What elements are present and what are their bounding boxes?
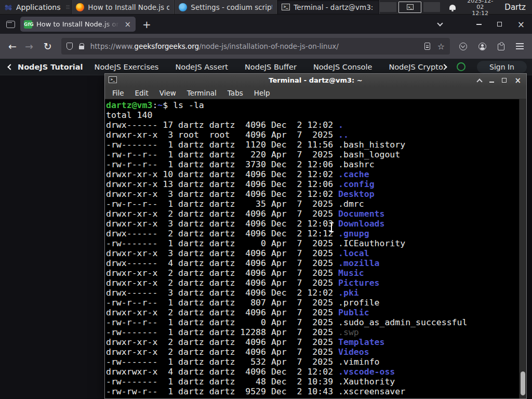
- browser-tab-active[interactable]: GfG How to Install Node.js on ×: [20, 17, 136, 32]
- terminal-window-controls: ×: [477, 74, 521, 87]
- terminal-line: -rw-r--r-- 1 dartz dartz 3730 Dec 2 12:0…: [106, 159, 519, 169]
- reload-icon[interactable]: ↻: [44, 41, 52, 52]
- back-icon[interactable]: ←: [8, 41, 17, 52]
- terminal-maximize-button[interactable]: [502, 78, 507, 83]
- chevron-left-icon[interactable]: [7, 64, 13, 70]
- minimize-button[interactable]: [476, 24, 482, 25]
- tasklist-handle[interactable]: [66, 0, 70, 14]
- file-name: .vscode-oss: [338, 367, 395, 377]
- shade-button[interactable]: [477, 78, 483, 84]
- close-button[interactable]: ×: [517, 22, 525, 27]
- extensions-icon[interactable]: [498, 44, 504, 50]
- panel-clock[interactable]: 2025-12-02 12:12: [464, 0, 496, 17]
- file-meta: drwx------ 3 dartz dartz 4096 Dec 2 12:0…: [106, 288, 338, 298]
- file-meta: drwxr-xr-x 2 dartz dartz 4096 Apr 7 2025: [106, 308, 338, 317]
- file-meta: drwxr-xr-x 2 dartz dartz 4096 Apr 7 2025: [106, 337, 338, 347]
- file-meta: -rw------- 1 dartz dartz 1120 Dec 2 11:5…: [106, 140, 338, 150]
- file-meta: drwxr-xr-x 3 dartz dartz 4096 Apr 7 2025: [106, 248, 338, 258]
- file-name: Public: [338, 308, 369, 317]
- file-name: .xscreensaver: [338, 387, 405, 396]
- terminal-line: -rw-rw-r-- 1 dartz dartz 9529 Dec 2 10:4…: [106, 387, 519, 396]
- menu-hamburger-icon[interactable]: [516, 46, 524, 47]
- nav-item[interactable]: NodeJS Console: [313, 63, 373, 71]
- scrollbar-thumb[interactable]: [521, 371, 525, 395]
- bookmark-star-icon[interactable]: ☆: [437, 42, 445, 51]
- file-name: Music: [338, 268, 364, 278]
- terminal-menu-item[interactable]: File: [112, 89, 124, 97]
- file-meta: -rw------- 1 dartz dartz 48 Dec 2 10:39: [106, 377, 338, 387]
- terminal-line: drwx------ 3 dartz dartz 4096 Dec 2 12:0…: [106, 288, 519, 298]
- codium-icon: [179, 3, 187, 11]
- url-text[interactable]: https://www.geeksforgeeks.org/node-js/in…: [90, 42, 424, 50]
- terminal-scrollbar[interactable]: [519, 99, 526, 398]
- forward-icon[interactable]: →: [25, 41, 33, 52]
- file-name: .swp: [338, 327, 359, 337]
- window-controls: ×: [476, 22, 525, 27]
- list-all-tabs-chevron-icon[interactable]: [437, 20, 443, 26]
- file-meta: drwxr-xr-x 3 dartz dartz 4096 Dec 2 12:0…: [106, 189, 338, 199]
- terminal-line: drwxr-xr-x 3 root root 4096 Apr 7 2025 .…: [106, 130, 519, 140]
- workspace-switcher[interactable]: >_: [380, 0, 440, 14]
- lock-icon[interactable]: [79, 46, 84, 49]
- terminal-menu-item[interactable]: View: [159, 89, 176, 97]
- task-title: Settings - codium script...: [191, 3, 272, 11]
- terminal-line: drwxr-xr-x 2 dartz dartz 4096 Apr 7 2025…: [106, 209, 519, 219]
- terminal-minimize-button[interactable]: [489, 82, 494, 83]
- file-meta: -rw-r--r-- 1 dartz dartz 35 Apr 7 2025: [106, 199, 338, 209]
- file-name: .gnupg: [338, 229, 369, 238]
- task-button[interactable]: >_Terminal - dartz@vm3: ~: [277, 0, 380, 14]
- terminal-line: -rw-r--r-- 1 dartz dartz 807 Apr 7 2025 …: [106, 298, 519, 308]
- file-name: .Xauthority: [338, 377, 395, 387]
- file-name: .bash_logout: [338, 150, 400, 159]
- terminal-menu-item[interactable]: Edit: [135, 89, 149, 97]
- terminal-icon: >_: [407, 4, 414, 10]
- reader-mode-icon[interactable]: [424, 43, 430, 50]
- applications-label: Applications: [16, 3, 61, 11]
- file-name: .sudo_as_admin_successful: [338, 317, 467, 327]
- sign-in-button[interactable]: Sign In: [477, 61, 527, 73]
- notification-bell-icon[interactable]: [449, 5, 456, 10]
- file-name: ..: [338, 130, 349, 140]
- file-name: .: [338, 120, 343, 130]
- nav-item[interactable]: NodeJS Assert: [175, 63, 228, 71]
- terminal-titlebar[interactable]: >_ Terminal - dartz@vm3: ~ ×: [105, 74, 526, 87]
- terminal-menu-item[interactable]: Help: [254, 89, 270, 97]
- applications-menu-button[interactable]: Applications: [0, 0, 66, 14]
- tab-bar: GfG How to Install Node.js on × + ×: [0, 15, 532, 34]
- task-button[interactable]: How to Install Node.js o...: [71, 0, 174, 14]
- url-scheme: https://www.: [90, 42, 135, 50]
- terminal-line: drwxr-xr-x 2 dartz dartz 4096 Apr 7 2025…: [106, 337, 519, 347]
- task-button[interactable]: Settings - codium script...: [174, 0, 277, 14]
- workspace-cell[interactable]: [423, 2, 440, 12]
- nav-item[interactable]: NodeJS Exercises: [95, 63, 159, 71]
- nav-item-tutorial[interactable]: NodeJS Tutorial: [18, 63, 83, 71]
- workspace-cell[interactable]: [380, 2, 396, 12]
- account-icon[interactable]: [478, 43, 486, 50]
- user-menu[interactable]: Dartz: [504, 3, 526, 12]
- terminal-menu-item[interactable]: Tabs: [228, 89, 243, 97]
- terminal-menu-item[interactable]: Terminal: [187, 89, 217, 97]
- file-meta: -rw-r--r-- 1 dartz dartz 0 Apr 7 2025: [106, 317, 338, 327]
- nav-item[interactable]: NodeJS Buffer: [245, 63, 297, 71]
- terminal-output[interactable]: dartz@vm3:~$ ls -latotal 140drwx------ 1…: [105, 99, 519, 398]
- terminal-close-button[interactable]: ×: [514, 77, 521, 84]
- new-tab-button[interactable]: +: [142, 18, 151, 31]
- firefox-view-icon[interactable]: [6, 21, 15, 28]
- file-meta: drwxr-xr-x 10 dartz dartz 4096 Dec 2 12:…: [106, 169, 338, 179]
- clock-time: 12:12: [464, 10, 496, 17]
- task-title: Terminal - dartz@vm3: ~: [294, 3, 375, 11]
- file-name: Downloads: [338, 219, 384, 229]
- toolbar-icons: [459, 42, 524, 50]
- file-name: .profile: [338, 298, 379, 308]
- terminal-line: drwxr-xr-x 3 dartz dartz 4096 Dec 2 12:0…: [106, 189, 519, 199]
- pocket-icon[interactable]: [459, 43, 467, 50]
- tracking-shield-icon[interactable]: [66, 43, 73, 50]
- terminal-line: drwxr-xr-x 10 dartz dartz 4096 Dec 2 12:…: [106, 169, 519, 179]
- url-bar[interactable]: https://www.geeksforgeeks.org/node-js/in…: [61, 38, 450, 55]
- maximize-button[interactable]: [497, 22, 502, 26]
- search-icon[interactable]: [457, 62, 466, 71]
- nav-item[interactable]: NodeJS Crypto: [389, 63, 443, 71]
- tab-close-icon[interactable]: ×: [123, 20, 132, 29]
- workspace-cell-active[interactable]: >_: [398, 2, 421, 13]
- file-meta: drwx------ 4 dartz dartz 4096 Apr 7 2025: [106, 258, 338, 268]
